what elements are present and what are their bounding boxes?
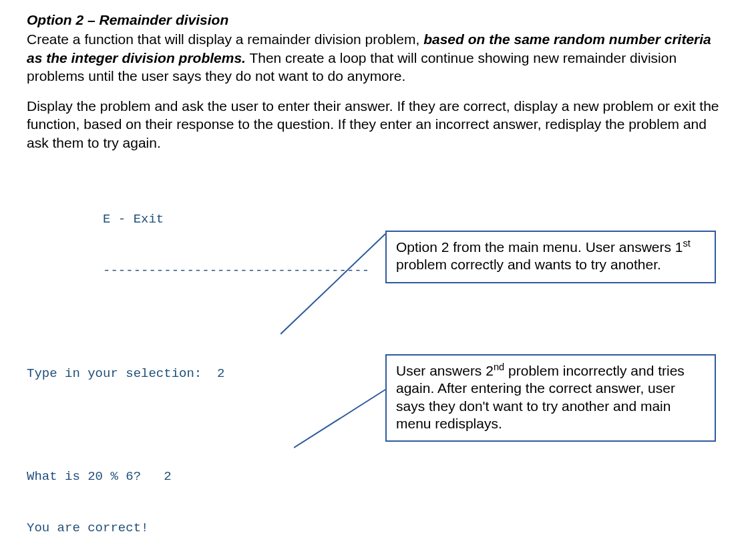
callout1-sup: st: [683, 238, 691, 249]
code-line: [27, 314, 729, 331]
callout1-text-b: problem correctly and wants to try anoth…: [396, 257, 661, 272]
paragraph-1: Create a function that will display a re…: [27, 30, 729, 85]
code-line: You are correct!: [27, 520, 729, 537]
paragraph-2: Display the problem and ask the user to …: [27, 97, 729, 152]
code-line: What is 20 % 6? 2: [27, 468, 729, 486]
callout-box-1: Option 2 from the main menu. User answer…: [385, 231, 716, 283]
code-line: E - Exit: [27, 211, 729, 229]
callout2-sup: nd: [494, 362, 504, 372]
callout-box-2: User answers 2nd problem incorrectly and…: [385, 354, 716, 442]
para1-part-a: Create a function that will display a re…: [27, 31, 423, 47]
callout2-text-a: User answers 2: [396, 363, 494, 378]
section-heading: Option 2 – Remainder division: [27, 11, 729, 29]
callout1-text-a: Option 2 from the main menu. User answer…: [396, 239, 683, 255]
